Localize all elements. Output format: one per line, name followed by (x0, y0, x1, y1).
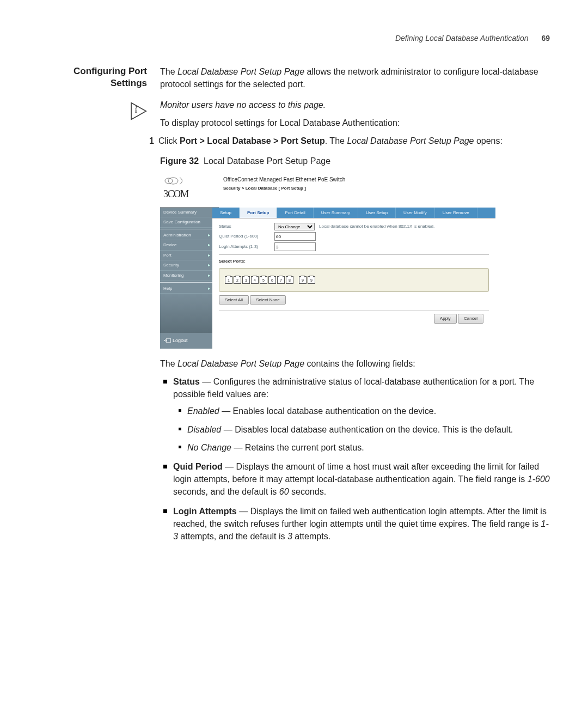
intro-paragraph-1: The Local Database Port Setup Page allow… (160, 65, 550, 90)
port-2[interactable]: 2 (234, 276, 241, 284)
field-status: Status — Configures the administrative s… (160, 375, 550, 454)
port-1[interactable]: 1 (225, 276, 232, 284)
section-heading: Configuring Port Settings (38, 65, 147, 96)
port-8[interactable]: 8 (286, 276, 293, 284)
select-all-button[interactable]: Select All (219, 295, 249, 305)
cancel-button[interactable]: Cancel (458, 314, 483, 324)
svg-point-2 (136, 106, 137, 108)
status-note: Local database cannot be enabled when 80… (319, 223, 434, 230)
sidebar-item-device[interactable]: Device (160, 240, 212, 251)
tab-user-summary[interactable]: User Summary (314, 208, 358, 218)
port-7[interactable]: 7 (277, 276, 285, 284)
quiet-period-label: Quiet Period (1-600) (219, 233, 274, 240)
intro-paragraph-2: To display protocol settings for Local D… (160, 117, 550, 129)
status-label: Status (219, 223, 274, 230)
tab-port-detail[interactable]: Port Detail (277, 208, 313, 218)
svg-marker-0 (131, 102, 146, 119)
opt-enabled: Enabled — Enables local database authent… (173, 405, 550, 417)
svg-point-4 (168, 178, 178, 184)
port-10[interactable]: 9 (308, 276, 315, 284)
svg-text:i: i (135, 107, 137, 114)
port-4[interactable]: 4 (251, 276, 259, 284)
svg-rect-5 (167, 338, 170, 343)
tab-setup[interactable]: Setup (212, 208, 240, 218)
select-ports-label: Select Ports: (219, 258, 489, 265)
field-quid-period: Quid Period — Displays the amount of tim… (160, 460, 550, 498)
apply-button[interactable]: Apply (434, 314, 457, 324)
sidebar-item-help[interactable]: Help (160, 284, 212, 294)
port-6[interactable]: 6 (268, 276, 276, 284)
opt-disabled: Disabled — Disables local database authe… (173, 423, 550, 436)
tab-user-setup[interactable]: User Setup (358, 208, 396, 218)
port-5[interactable]: 5 (260, 276, 267, 284)
select-none-button[interactable]: Select None (250, 295, 286, 305)
port-9[interactable]: 9 (299, 276, 307, 284)
sidebar: Device Summary Save Configuration Admini… (160, 208, 212, 349)
page-number: 69 (541, 34, 550, 42)
header-title: Defining Local Database Authentication (395, 34, 529, 42)
figure-caption: Figure 32 Local Database Port Setup Page (160, 155, 550, 167)
tab-bar: Setup Port Setup Port Detail User Summar… (212, 208, 495, 219)
page-header: Defining Local Database Authentication 6… (38, 33, 550, 44)
sidebar-item-security[interactable]: Security (160, 260, 212, 271)
sidebar-item-monitoring[interactable]: Monitoring (160, 271, 212, 281)
port-3[interactable]: 3 (242, 276, 250, 284)
opt-no-change: No Change — Retains the current port sta… (173, 441, 550, 454)
sidebar-item-device-summary[interactable]: Device Summary (160, 208, 212, 218)
sidebar-item-administration[interactable]: Administration (160, 230, 212, 241)
quiet-period-input[interactable] (274, 232, 316, 241)
sidebar-item-save-configuration[interactable]: Save Configuration (160, 217, 212, 228)
logout-link[interactable]: Logout (160, 333, 212, 349)
screenshot: 3COM OfficeConnect Managed Fast Ethernet… (160, 173, 495, 348)
tab-port-setup[interactable]: Port Setup (240, 208, 277, 218)
status-select[interactable]: No Change (274, 223, 315, 230)
step-1: 1 Click Port > Local Database > Port Set… (149, 135, 550, 147)
field-login-attempts: Login Attempts — Displays the limit on f… (160, 505, 550, 543)
sidebar-item-port[interactable]: Port (160, 251, 212, 261)
tab-user-remove[interactable]: User Remove (435, 208, 477, 218)
after-text: The Local Database Port Setup Page conta… (160, 357, 550, 370)
note-text: Monitor users have no access to this pag… (160, 99, 550, 111)
breadcrumb: Security > Local Database [ Port Setup ] (223, 185, 495, 192)
info-icon: i (128, 102, 147, 120)
port-selector: 1 2 3 4 5 6 7 8 9 9 (219, 268, 489, 292)
product-title: OfficeConnect Managed Fast Ethernet PoE … (223, 176, 495, 184)
tab-user-modify[interactable]: User Modify (396, 208, 435, 218)
brand-logo: 3COM (160, 173, 219, 207)
login-attempts-label: Login Attempts (1-3) (219, 244, 274, 250)
login-attempts-input[interactable] (274, 242, 316, 251)
